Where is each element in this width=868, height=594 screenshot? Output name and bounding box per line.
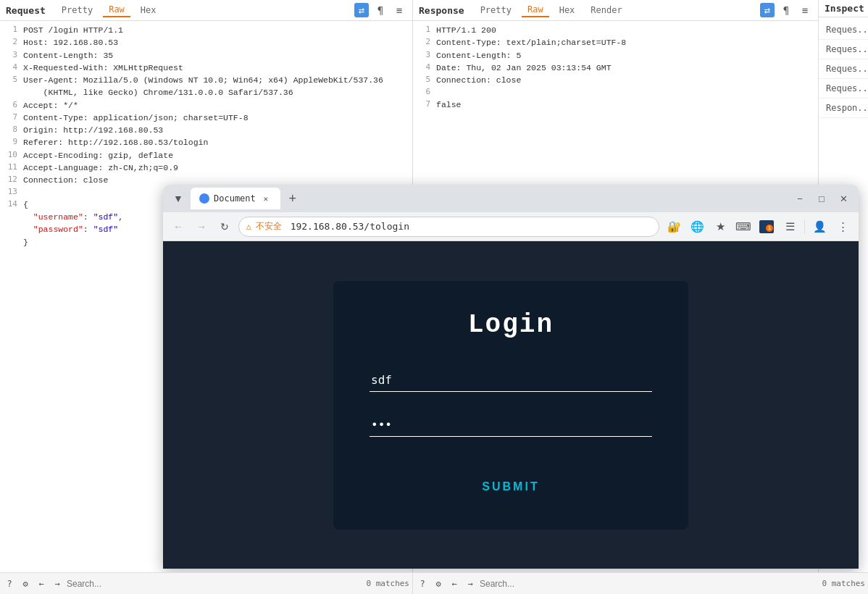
req-line-10: 10 Accept-Encoding: gzip, deflate — [0, 149, 412, 162]
inspector-item-1[interactable]: Reques... — [819, 40, 868, 59]
req-line-11: 11 Accept-Language: zh-CN,zh;q=0.9 — [0, 162, 412, 174]
toolbar-newline-icon[interactable]: ¶ — [373, 3, 388, 17]
translate-icon[interactable]: 🌐 — [687, 217, 707, 237]
request-panel-header: Request Pretty Raw Hex ⇄ ¶ ≡ — [0, 0, 412, 21]
profile-icon[interactable]: 👤 — [809, 217, 830, 237]
req-line-5: 5 User-Agent: Mozilla/5.0 (Windows NT 10… — [0, 74, 412, 86]
resp-line-2: 2 Content-Type: text/plain;charset=UTF-8 — [413, 36, 818, 49]
browser-toolbar: ← → ↻ △ 不安全 192.168.80.53/tologin 🔐 🌐 ★ … — [163, 212, 859, 241]
next-match-btn[interactable]: → — [51, 577, 64, 590]
main-area: Request Pretty Raw Hex ⇄ ¶ ≡ 1 POST /log… — [0, 0, 868, 572]
browser-titlebar: ▼ Document ✕ + − □ ✕ — [163, 185, 859, 212]
tab-pretty[interactable]: Pretty — [56, 4, 99, 17]
req-line-6: 6 Accept: */* — [0, 99, 412, 112]
inspector-title: Inspect — [825, 3, 864, 14]
prev-match-btn[interactable]: ← — [35, 577, 48, 590]
resp-toolbar-menu-icon[interactable]: ≡ — [798, 3, 812, 17]
req-line-9: 9 Referer: http://192.168.80.53/tologin — [0, 136, 412, 148]
resp-tab-render[interactable]: Render — [585, 4, 627, 17]
inspector-item-4[interactable]: Respon... — [819, 99, 868, 118]
screenshot-icon[interactable]: ⌨ — [733, 217, 754, 237]
tab-bar: Document ✕ + — [191, 188, 788, 209]
wallet-icon[interactable]: 1 — [756, 217, 777, 237]
browser-tab-title: Document — [214, 193, 256, 204]
inspector-item-3[interactable]: Reques... — [819, 79, 868, 99]
req-line-5b: (KHTML, like Gecko) Chrome/131.0.0.0 Saf… — [0, 86, 412, 99]
resp-toolbar-wrap-icon[interactable]: ⇄ — [760, 3, 775, 17]
resp-line-3: 3 Content-Length: 5 — [413, 49, 818, 62]
inspector-item-0[interactable]: Reques... — [819, 20, 868, 40]
settings-icon-right[interactable]: ⚙ — [432, 577, 445, 590]
password-field — [370, 414, 652, 437]
settings-icon[interactable]: ⚙ — [19, 577, 32, 590]
req-line-7: 7 Content-Type: application/json; charse… — [0, 112, 412, 124]
request-title: Request — [6, 5, 46, 16]
url-warning: △ — [246, 222, 251, 231]
browser-window: ▼ Document ✕ + − □ ✕ ← → ↻ — [163, 185, 859, 569]
next-match-btn-right[interactable]: → — [464, 577, 477, 590]
password-input[interactable] — [370, 414, 652, 437]
search-section-right: ? ⚙ ← → 0 matches — [413, 573, 868, 594]
toolbar-divider — [804, 219, 805, 234]
req-line-8: 8 Origin: http://192.168.80.53 — [0, 124, 412, 136]
login-title: Login — [468, 310, 554, 340]
inspector-header: Inspect — [819, 0, 868, 17]
maximize-btn[interactable]: □ — [812, 189, 831, 208]
resp-tab-pretty[interactable]: Pretty — [475, 4, 517, 17]
tab-favicon — [199, 193, 209, 204]
tab-hex[interactable]: Hex — [135, 4, 162, 17]
resp-line-6: 6 — [413, 86, 818, 99]
matches-count-left: 0 matches — [366, 579, 409, 588]
more-btn[interactable]: ⋮ — [832, 217, 853, 237]
browser-tab-document[interactable]: Document ✕ — [191, 188, 280, 209]
response-panel-header: Response Pretty Raw Hex Render ⇄ ¶ ≡ — [413, 0, 818, 21]
resp-line-7: 7 false — [413, 99, 818, 111]
matches-count-right: 0 matches — [822, 579, 865, 588]
url-warning-label: 不安全 — [256, 220, 282, 233]
resp-line-1: 1 HTTP/1.1 200 — [413, 24, 818, 36]
search-bar: ? ⚙ ← → 0 matches ? ⚙ ← → 0 matches — [0, 572, 868, 594]
url-text: 192.168.80.53/tologin — [291, 221, 409, 232]
refresh-btn[interactable]: ↻ — [215, 217, 234, 236]
search-section-left: ? ⚙ ← → 0 matches — [0, 573, 413, 594]
inspector-items: Reques... Reques... Reques... Reques... … — [819, 17, 868, 121]
star-icon[interactable]: ★ — [710, 217, 730, 237]
resp-line-5: 5 Connection: close — [413, 74, 818, 86]
req-line-2: 2 Host: 192.168.80.53 — [0, 36, 412, 49]
req-line-4: 4 X-Requested-With: XMLHttpRequest — [0, 62, 412, 74]
toolbar-wrap-icon[interactable]: ⇄ — [354, 3, 369, 17]
req-line-3: 3 Content-Length: 35 — [0, 49, 412, 62]
back-btn[interactable]: ← — [169, 217, 188, 236]
search-input-left[interactable] — [67, 579, 363, 589]
help-icon-right[interactable]: ? — [416, 577, 429, 590]
resp-tab-hex[interactable]: Hex — [554, 4, 581, 17]
svg-point-0 — [201, 195, 208, 202]
dropdown-btn[interactable]: ▼ — [169, 189, 188, 208]
resp-line-4: 4 Date: Thu, 02 Jan 2025 03:13:54 GMT — [413, 62, 818, 74]
toolbar-menu-icon[interactable]: ≡ — [392, 3, 406, 17]
submit-btn[interactable]: SUBMIT — [460, 473, 561, 501]
search-input-right[interactable] — [480, 579, 819, 589]
req-line-1: 1 POST /login HTTP/1.1 — [0, 24, 412, 36]
help-icon[interactable]: ? — [3, 577, 16, 590]
forward-btn[interactable]: → — [192, 217, 211, 236]
username-input[interactable] — [370, 369, 652, 392]
resp-tab-raw[interactable]: Raw — [522, 3, 549, 17]
minimize-btn[interactable]: − — [790, 189, 809, 208]
new-tab-btn[interactable]: + — [283, 189, 302, 208]
tab-raw[interactable]: Raw — [103, 3, 130, 17]
browser-content: Login SUBMIT — [163, 241, 859, 569]
inspector-item-2[interactable]: Reques... — [819, 59, 868, 79]
response-title: Response — [419, 5, 464, 16]
key-icon[interactable]: 🔐 — [664, 217, 684, 237]
window-controls: − □ ✕ — [790, 189, 853, 208]
tab-close-btn[interactable]: ✕ — [260, 193, 272, 204]
close-btn[interactable]: ✕ — [834, 189, 853, 208]
extensions-icon[interactable]: ☰ — [780, 217, 800, 237]
url-bar[interactable]: △ 不安全 192.168.80.53/tologin — [238, 217, 659, 237]
prev-match-btn-right[interactable]: ← — [448, 577, 461, 590]
username-field — [370, 369, 652, 392]
login-card: Login SUBMIT — [333, 281, 688, 530]
toolbar-actions: 🔐 🌐 ★ ⌨ 1 ☰ 👤 ⋮ — [664, 217, 853, 237]
resp-toolbar-newline-icon[interactable]: ¶ — [779, 3, 793, 17]
